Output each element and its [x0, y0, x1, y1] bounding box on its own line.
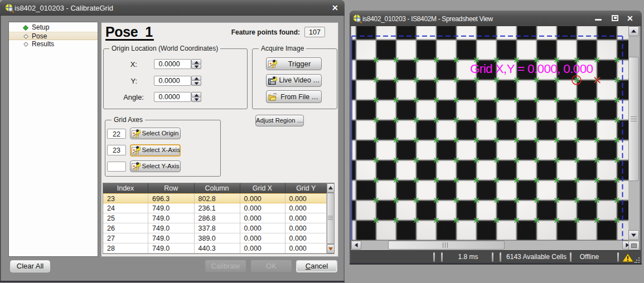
svg-text:Grid X,Y = 0.000, 0.000: Grid X,Y = 0.000, 0.000 — [470, 61, 593, 75]
